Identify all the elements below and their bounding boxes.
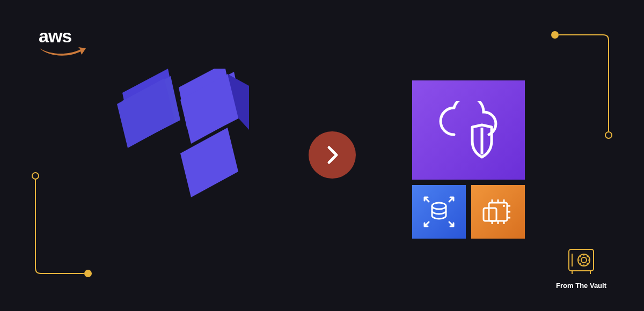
svg-rect-19 [484,208,496,221]
svg-point-32 [581,257,587,263]
vault-label-text: From The Vault [556,282,606,290]
database-scale-tile [412,185,466,239]
database-scale-icon [420,193,458,231]
aws-swoosh-icon [39,46,87,57]
arrow-right-icon [309,131,356,179]
circuit-decor-top-right-icon [544,29,614,139]
aws-wordmark: aws [39,27,87,45]
svg-point-31 [578,254,590,266]
cloud-shield-icon [433,101,505,160]
svg-marker-14 [180,128,238,197]
svg-point-20 [503,205,505,207]
terraform-logo-icon [117,69,257,224]
vault-safe-icon [566,247,597,275]
circuit-decor-bottom-left-icon [30,172,94,279]
svg-marker-11 [117,78,175,148]
from-the-vault-badge: From The Vault [556,247,606,290]
svg-point-2 [32,173,39,179]
svg-point-1 [605,132,612,138]
svg-point-17 [432,203,446,209]
svg-line-37 [580,256,581,257]
svg-line-40 [580,263,581,264]
svg-line-39 [587,256,588,257]
cloud-security-tile [412,80,525,180]
svg-point-0 [551,31,559,39]
aws-logo: aws [39,27,87,59]
svg-line-38 [587,263,588,264]
compute-chip-tile [471,185,525,239]
chip-icon [479,193,517,231]
svg-point-3 [84,270,92,277]
aws-service-tiles [412,80,525,239]
